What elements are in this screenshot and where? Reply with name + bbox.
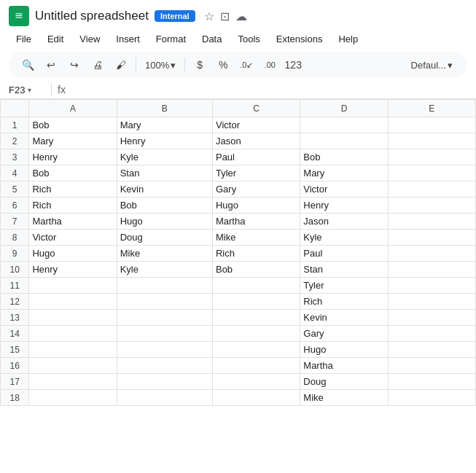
cell-9-A[interactable]: Hugo: [29, 246, 117, 262]
cell-12-B[interactable]: [117, 294, 212, 310]
cell-10-A[interactable]: Henry: [29, 262, 117, 278]
row-header-6[interactable]: 6: [1, 198, 29, 214]
cell-17-A[interactable]: [29, 374, 117, 390]
cell-14-E[interactable]: [388, 326, 475, 342]
cell-18-E[interactable]: [388, 390, 475, 406]
cell-14-A[interactable]: [29, 326, 117, 342]
row-header-14[interactable]: 14: [1, 326, 29, 342]
cell-17-E[interactable]: [388, 374, 475, 390]
formula-input[interactable]: [71, 85, 467, 95]
cell-12-A[interactable]: [29, 294, 117, 310]
cell-3-B[interactable]: Kyle: [117, 149, 212, 165]
cell-2-A[interactable]: Mary: [29, 133, 117, 149]
row-header-7[interactable]: 7: [1, 214, 29, 230]
decrease-decimal-button[interactable]: .0↙: [236, 55, 257, 75]
cell-12-E[interactable]: [388, 294, 475, 310]
menu-tools[interactable]: Tools: [230, 31, 267, 47]
col-header-b[interactable]: B: [117, 100, 212, 117]
cell-12-C[interactable]: [212, 294, 300, 310]
cell-9-B[interactable]: Mike: [117, 246, 212, 262]
row-header-11[interactable]: 11: [1, 278, 29, 294]
cell-6-E[interactable]: [388, 198, 475, 214]
cell-16-B[interactable]: [117, 358, 212, 374]
cell-3-D[interactable]: Bob: [300, 149, 388, 165]
cell-18-C[interactable]: [212, 390, 300, 406]
cell-18-B[interactable]: [117, 390, 212, 406]
undo-button[interactable]: ↩: [41, 55, 61, 75]
cell-10-B[interactable]: Kyle: [117, 262, 212, 278]
cell-15-A[interactable]: [29, 342, 117, 358]
cell-2-C[interactable]: Jason: [212, 133, 300, 149]
cell-7-E[interactable]: [388, 214, 475, 230]
cell-18-D[interactable]: Mike: [300, 390, 388, 406]
cell-17-C[interactable]: [212, 374, 300, 390]
cell-1-B[interactable]: Mary: [117, 117, 212, 133]
row-header-8[interactable]: 8: [1, 230, 29, 246]
cell-5-C[interactable]: Gary: [212, 181, 300, 198]
paint-format-button[interactable]: 🖌: [111, 55, 131, 75]
cell-9-C[interactable]: Rich: [212, 246, 300, 262]
cell-8-B[interactable]: Doug: [117, 230, 212, 246]
cell-3-E[interactable]: [388, 149, 475, 165]
cell-13-A[interactable]: [29, 310, 117, 326]
cell-11-A[interactable]: [29, 278, 117, 294]
grid-container[interactable]: A B C D E 1BobMaryVictor2MaryHenryJason3…: [0, 99, 476, 456]
cell-13-E[interactable]: [388, 310, 475, 326]
row-header-10[interactable]: 10: [1, 262, 29, 278]
cell-3-A[interactable]: Henry: [29, 149, 117, 165]
cell-4-A[interactable]: Bob: [29, 165, 117, 181]
cell-10-D[interactable]: Stan: [300, 262, 388, 278]
cell-6-D[interactable]: Henry: [300, 198, 388, 214]
row-header-1[interactable]: 1: [1, 117, 29, 133]
currency-button[interactable]: $: [190, 55, 210, 75]
zoom-control[interactable]: 100% ▾: [141, 58, 180, 72]
cell-2-D[interactable]: [300, 133, 388, 149]
menu-extensions[interactable]: Extensions: [269, 31, 330, 47]
row-header-4[interactable]: 4: [1, 165, 29, 181]
font-family-dropdown[interactable]: Defaul... ▾: [405, 58, 459, 72]
cell-6-B[interactable]: Bob: [117, 198, 212, 214]
cell-8-E[interactable]: [388, 230, 475, 246]
row-header-2[interactable]: 2: [1, 133, 29, 149]
search-button[interactable]: 🔍: [17, 55, 38, 75]
cell-5-A[interactable]: Rich: [29, 181, 117, 198]
menu-format[interactable]: Format: [149, 31, 193, 47]
cell-15-E[interactable]: [388, 342, 475, 358]
cell-14-B[interactable]: [117, 326, 212, 342]
cell-4-D[interactable]: Mary: [300, 165, 388, 181]
cell-11-B[interactable]: [117, 278, 212, 294]
cell-11-D[interactable]: Tyler: [300, 278, 388, 294]
cell-17-B[interactable]: [117, 374, 212, 390]
cell-18-A[interactable]: [29, 390, 117, 406]
col-header-d[interactable]: D: [300, 100, 388, 117]
cell-15-D[interactable]: Hugo: [300, 342, 388, 358]
cell-7-D[interactable]: Jason: [300, 214, 388, 230]
cell-8-A[interactable]: Victor: [29, 230, 117, 246]
cell-14-D[interactable]: Gary: [300, 326, 388, 342]
redo-button[interactable]: ↪: [64, 55, 85, 75]
cell-10-C[interactable]: Bob: [212, 262, 300, 278]
cell-12-D[interactable]: Rich: [300, 294, 388, 310]
row-header-9[interactable]: 9: [1, 246, 29, 262]
cell-1-C[interactable]: Victor: [212, 117, 300, 133]
cell-17-D[interactable]: Doug: [300, 374, 388, 390]
cell-16-A[interactable]: [29, 358, 117, 374]
cell-14-C[interactable]: [212, 326, 300, 342]
cell-3-C[interactable]: Paul: [212, 149, 300, 165]
cell-5-B[interactable]: Kevin: [117, 181, 212, 198]
cell-16-C[interactable]: [212, 358, 300, 374]
cell-4-B[interactable]: Stan: [117, 165, 212, 181]
row-header-15[interactable]: 15: [1, 342, 29, 358]
row-header-13[interactable]: 13: [1, 310, 29, 326]
cell-6-C[interactable]: Hugo: [212, 198, 300, 214]
cell-5-E[interactable]: [388, 181, 475, 198]
cell-1-A[interactable]: Bob: [29, 117, 117, 133]
cell-7-C[interactable]: Martha: [212, 214, 300, 230]
cell-8-C[interactable]: Mike: [212, 230, 300, 246]
row-header-12[interactable]: 12: [1, 294, 29, 310]
folder-icon[interactable]: ⊡: [220, 9, 230, 23]
cell-15-C[interactable]: [212, 342, 300, 358]
row-header-16[interactable]: 16: [1, 358, 29, 374]
print-button[interactable]: 🖨: [87, 55, 108, 75]
menu-insert[interactable]: Insert: [109, 31, 147, 47]
